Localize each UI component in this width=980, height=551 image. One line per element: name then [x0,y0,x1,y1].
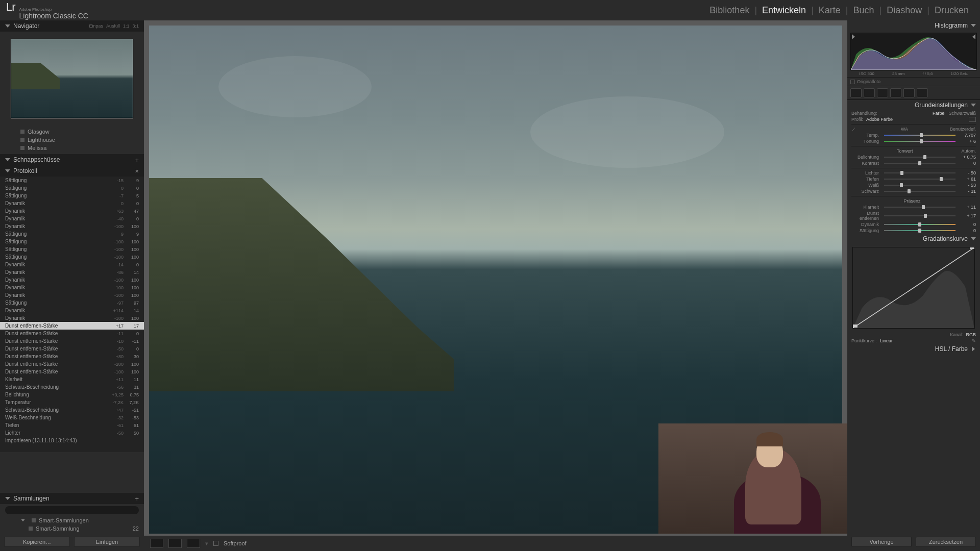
shadows-slider[interactable]: Tiefen+ 61 [847,176,980,182]
history-row[interactable]: Importieren (13.11.18 13:14:43) [0,437,144,444]
history-row[interactable]: Dunst entfernen-Stärke-200100 [0,360,144,368]
spot-tool-icon[interactable] [864,88,875,97]
wb-row[interactable]: ⟋ WA Benutzerdef. [847,126,980,132]
history-row[interactable]: Schwarz-Beschneidung+47-51 [0,406,144,414]
original-checkbox[interactable] [850,80,855,84]
clear-history-icon[interactable]: × [135,167,139,175]
history-row[interactable]: Dynamik-100100 [0,284,144,291]
dehaze-slider[interactable]: Dunst entfernen+ 17 [847,210,980,221]
channel-value[interactable]: RGB [966,332,976,337]
point-curve-value[interactable]: Linear [880,338,972,343]
loupe-view-icon[interactable] [150,539,163,548]
tone-curve-header[interactable]: Gradationskurve [847,234,980,244]
history-row[interactable]: Tiefen-6161 [0,421,144,429]
history-row[interactable]: Klarheit+1111 [0,375,144,383]
history-row[interactable]: Dunst entfernen-Stärke+1717 [0,322,144,330]
navigator-thumbnail[interactable] [11,39,133,118]
redeye-tool-icon[interactable] [877,88,888,97]
zoom-fill[interactable]: Ausfüll [106,23,120,29]
clarity-slider[interactable]: Klarheit+ 11 [847,204,980,210]
history-row[interactable]: Dynamik-100100 [0,222,144,230]
history-row[interactable]: Dynamik+6347 [0,207,144,215]
history-row[interactable]: Dynamik-100100 [0,276,144,284]
history-row[interactable]: Dunst entfernen-Stärke-110 [0,330,144,337]
smart-collection-item[interactable]: Smart-Sammlung 22 [0,524,144,533]
history-row[interactable]: Dynamik-140 [0,261,144,268]
copy-button[interactable]: Kopieren… [4,537,70,547]
wb-dropper-icon[interactable]: ⟋ [851,127,856,132]
history-row[interactable]: Sättigung-9797 [0,299,144,307]
module-tab-drucken[interactable]: Drucken [929,3,974,18]
saturation-slider[interactable]: Sättigung0 [847,228,980,234]
gradient-tool-icon[interactable] [890,88,901,97]
zoom-fit[interactable]: Einpas [89,23,103,29]
module-tab-bibliothek[interactable]: Bibliothek [704,3,754,18]
crop-tool-icon[interactable] [850,88,862,97]
history-row[interactable]: Sättigung-100100 [0,238,144,245]
previous-button[interactable]: Vorherige [851,537,912,547]
zoom-1-1[interactable]: 1:1 [123,23,130,29]
contrast-slider[interactable]: Kontrast0 [847,160,980,166]
history-row[interactable]: Sättigung-100100 [0,245,144,253]
before-after-lr-icon[interactable] [168,539,182,548]
history-row[interactable]: Dunst entfernen-Stärke-100100 [0,368,144,375]
history-row[interactable]: Dunst entfernen-Stärke-500 [0,345,144,353]
history-row[interactable]: Sättigung-75 [0,192,144,199]
history-row[interactable]: Dunst entfernen-Stärke+8030 [0,353,144,360]
histogram-graph[interactable] [850,33,977,70]
history-row[interactable]: Lichter-5050 [0,429,144,437]
softproof-checkbox[interactable] [213,541,218,546]
highlight-clip-icon[interactable] [970,34,975,39]
module-tab-diashow[interactable]: Diashow [881,3,927,18]
module-tab-buch[interactable]: Buch [848,3,879,18]
temp-slider[interactable]: Temp.7.707 [847,132,980,138]
wb-preset[interactable]: Benutzerdef. [950,127,976,132]
snapshots-header[interactable]: Schnappschüsse + [0,154,144,165]
collections-header[interactable]: Sammlungen + [0,493,144,504]
module-tab-entwickeln[interactable]: Entwickeln [757,3,811,18]
history-header[interactable]: Protokoll × [0,165,144,177]
folder-item[interactable]: Lighthouse [0,136,144,144]
treatment-color[interactable]: Farbe [933,111,945,116]
history-row[interactable]: Sättigung00 [0,184,144,192]
vibrance-slider[interactable]: Dynamik0 [847,221,980,228]
history-row[interactable]: Belichtung+0,250,75 [0,391,144,398]
edit-point-curve-icon[interactable]: ✎ [972,338,976,343]
tone-curve-graph[interactable] [852,247,975,329]
history-row[interactable]: Dunst entfernen-Stärke-10-11 [0,337,144,345]
before-after-tb-icon[interactable] [187,539,200,548]
history-row[interactable]: Sättigung99 [0,230,144,238]
profile-browser-icon[interactable] [969,117,976,122]
history-row[interactable]: Temperatur-7,2K7,2K [0,398,144,406]
paste-button[interactable]: Einfügen [74,537,140,547]
folder-item[interactable]: Glasgow [0,128,144,136]
exposure-slider[interactable]: Belichtung+ 0,75 [847,154,980,160]
history-row[interactable]: Dynamik-100100 [0,314,144,322]
history-row[interactable]: Dynamik-8614 [0,268,144,276]
smart-collections-group[interactable]: Smart-Sammlungen [0,516,144,524]
add-collection-icon[interactable]: + [135,495,139,503]
highlights-slider[interactable]: Lichter- 50 [847,170,980,176]
point-curve-row[interactable]: Punktkurve : Linear ✎ [847,338,980,344]
radial-tool-icon[interactable] [903,88,915,97]
basic-panel-header[interactable]: Grundeinstellungen [847,100,980,110]
hsl-header[interactable]: HSL / Farbe [847,344,980,354]
curve-channel-row[interactable]: Kanal: RGB [847,332,980,338]
tint-slider[interactable]: Tönung+ 6 [847,138,980,144]
blacks-slider[interactable]: Schwarz- 31 [847,188,980,194]
history-row[interactable]: Weiß-Beschneidung-32-53 [0,414,144,421]
original-photo-row[interactable]: Originalfoto [847,77,980,86]
profile-value[interactable]: Adobe Farbe [866,117,969,122]
history-row[interactable]: Dynamik+11414 [0,307,144,314]
history-row[interactable]: Schwarz-Beschneidung-5631 [0,383,144,391]
shadow-clip-icon[interactable] [852,34,857,39]
module-tab-karte[interactable]: Karte [814,3,846,18]
history-row[interactable]: Dynamik00 [0,199,144,207]
history-row[interactable]: Sättigung-159 [0,177,144,184]
treatment-bw[interactable]: Schwarzweiß [948,111,976,116]
history-row[interactable]: Sättigung-100100 [0,253,144,261]
navigator-header[interactable]: Navigator Einpas Ausfüll 1:1 3:1 [0,20,144,32]
profile-row[interactable]: Profil: Adobe Farbe [847,116,980,122]
histogram-header[interactable]: Histogramm [847,20,980,31]
reset-button[interactable]: Zurücksetzen [916,537,976,547]
